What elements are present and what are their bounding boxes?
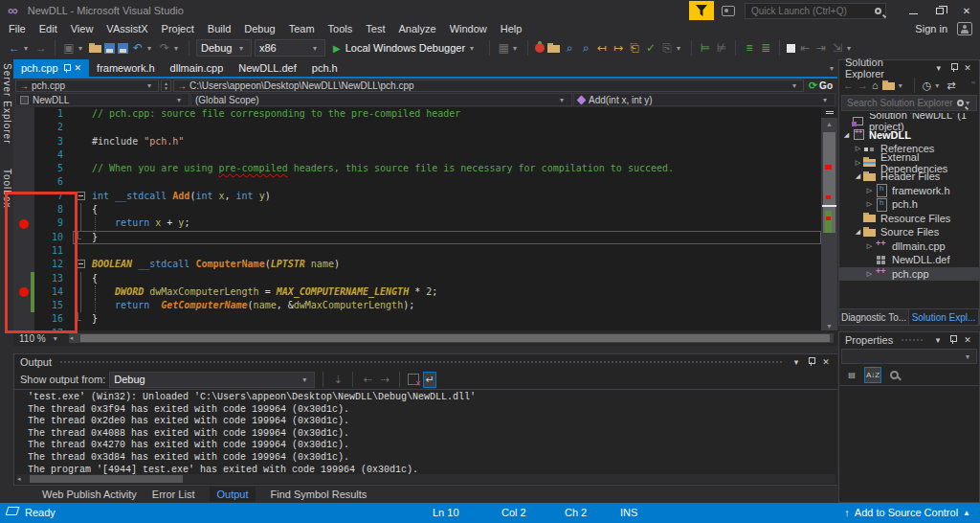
editor-tab-dllmain.cpp[interactable]: dllmain.cpp [163, 59, 232, 77]
open-folder-icon[interactable] [89, 43, 101, 53]
code-line[interactable]: #include "pch.h" [88, 135, 821, 148]
file-dropdown[interactable]: → pch.cpp ▾ [15, 80, 159, 92]
output-source-select[interactable]: Debug ▾ [109, 372, 315, 388]
comment-icon[interactable]: ⊨ [699, 39, 712, 57]
code-line[interactable]: return GetComputerName(name, &dwMaxCompu… [88, 299, 821, 312]
breakpoint-margin[interactable] [13, 285, 34, 299]
breakpoint-margin[interactable] [13, 244, 34, 258]
expander-icon[interactable]: ▷ [853, 145, 863, 152]
breakpoint-margin[interactable] [13, 327, 34, 330]
bottom-tab-find-symbol-results[interactable]: Find Symbol Results [271, 489, 368, 500]
breakpoint-margin[interactable] [13, 148, 34, 162]
panel-grip[interactable] [59, 360, 783, 365]
editor-tab-framework.h[interactable]: framework.h [89, 59, 163, 77]
output-horizontal-scrollbar[interactable]: ◂ [16, 474, 835, 484]
menu-item-tools[interactable]: Tools [322, 22, 360, 35]
home-icon[interactable]: ⌂ [872, 80, 879, 91]
hscrollbar-thumb[interactable] [80, 334, 830, 342]
breakpoint-margin[interactable] [13, 175, 34, 189]
navigate-back-icon[interactable]: ← [8, 39, 21, 57]
undo-icon[interactable]: ↶ [131, 39, 145, 57]
breakpoint-margin[interactable] [13, 299, 34, 312]
search-dropdown-icon[interactable]: ▾ [966, 99, 973, 107]
fold-margin[interactable] [73, 190, 88, 203]
increase-indent-icon[interactable]: ≣ [759, 39, 772, 57]
breakpoint-margin[interactable] [13, 162, 34, 175]
fold-margin[interactable] [73, 121, 88, 134]
code-line[interactable]: } [88, 231, 821, 244]
vassistx-icon[interactable] [535, 43, 545, 53]
fold-margin[interactable] [73, 148, 88, 162]
code-line[interactable] [88, 148, 821, 162]
menu-item-view[interactable]: View [64, 22, 100, 35]
sign-in-link[interactable]: Sign in [915, 23, 947, 34]
breakpoint-margin[interactable] [13, 121, 34, 134]
restore-button[interactable] [926, 1, 953, 20]
quick-launch-box[interactable] [745, 3, 886, 19]
spell-check-icon[interactable]: ✓ [644, 39, 657, 57]
tree-item-dllmain-cpp[interactable]: ▷dllmain.cpp [839, 239, 979, 254]
quick-launch-input[interactable] [749, 5, 875, 17]
tree-item-external-dependencies[interactable]: ▷External Dependencies [839, 156, 979, 171]
fold-margin[interactable] [73, 312, 88, 326]
menu-item-project[interactable]: Project [155, 22, 201, 35]
tree-item-source-files[interactable]: ◢Source Files [839, 225, 979, 239]
output-log[interactable]: 'test.exe' (Win32): Unloaded 'C:\Users\a… [14, 390, 837, 474]
feedback-icon[interactable] [722, 6, 735, 16]
fold-margin[interactable] [73, 244, 88, 258]
close-icon[interactable]: ✕ [820, 357, 832, 367]
bottom-tab-error-list[interactable]: Error List [152, 489, 195, 500]
alphabetical-sort-icon[interactable]: A↓Z [864, 367, 881, 383]
file-spinner[interactable]: ▲▼ [161, 80, 171, 92]
find-references-icon[interactable]: ⌕ [563, 39, 576, 57]
breakpoint-margin[interactable] [13, 272, 34, 285]
breakpoint-margin[interactable] [13, 135, 34, 148]
new-window-icon[interactable]: ▣ [62, 39, 76, 57]
code-line[interactable] [88, 175, 821, 189]
breakpoint-margin[interactable] [13, 216, 34, 230]
solution-platform-select[interactable]: x86▾ [255, 39, 325, 57]
menu-item-vassistx[interactable]: VAssistX [100, 22, 154, 35]
sidebar-tab-solution-expl-[interactable]: Solution Expl... [909, 309, 979, 325]
expander-icon[interactable]: ▷ [864, 200, 875, 208]
panel-splitter[interactable] [13, 346, 837, 353]
breakpoint-margin[interactable] [13, 312, 34, 326]
editor-tab-pch.h[interactable]: pch.h [304, 59, 345, 77]
redo-dropdown-icon[interactable]: ▾ [174, 44, 182, 53]
pin-icon[interactable] [63, 64, 70, 73]
start-debug-button[interactable]: ▶Local Windows Debugger▾ [328, 39, 482, 57]
code-line[interactable]: { [88, 272, 821, 285]
tab-list-dropdown-icon[interactable]: ▾ [830, 64, 837, 73]
fold-margin[interactable] [73, 285, 88, 299]
code-editor[interactable]: 1// pch.cpp: source file corresponding t… [13, 107, 837, 330]
member-dropdown[interactable]: Add(int x, int y) ▾ [573, 93, 835, 106]
toolbox-tab[interactable]: Toolbox [2, 169, 12, 208]
clear-bookmarks-icon[interactable]: ⇲ [831, 39, 844, 57]
nav-left-icon[interactable]: ↤ [595, 39, 609, 57]
switch-views-dropdown-icon[interactable]: ▾ [899, 81, 906, 90]
expander-icon[interactable]: ▷ [864, 270, 875, 278]
va-open-file-icon[interactable] [547, 43, 560, 53]
go-button[interactable]: ⟳ Go [806, 80, 835, 92]
back-dropdown-icon[interactable]: ▾ [24, 44, 32, 53]
redo-icon[interactable]: ↷ [158, 39, 171, 57]
close-button[interactable]: ✕ [953, 1, 980, 20]
code-line[interactable] [88, 121, 821, 134]
menu-item-file[interactable]: File [2, 22, 33, 35]
editor-vertical-scrollbar[interactable]: ▲ ▼ [821, 107, 837, 330]
tree-item-resource-files[interactable]: Resource Files [839, 212, 979, 226]
nav-right-icon[interactable]: ↦ [612, 39, 625, 57]
editor-tab-pch.cpp[interactable]: pch.cpp✕ [13, 59, 89, 77]
find-message-icon[interactable]: ⇣ [331, 374, 345, 386]
menu-item-edit[interactable]: Edit [33, 22, 64, 35]
window-position-icon[interactable]: ▾ [791, 357, 802, 367]
tree-item-pch-h[interactable]: ▷pch.h [839, 197, 979, 212]
fold-margin[interactable] [73, 162, 88, 175]
expander-icon[interactable]: ▷ [864, 242, 875, 250]
code-line[interactable]: // When you are using pre-compiled heade… [88, 162, 821, 175]
code-line[interactable]: return x + y; [88, 216, 821, 230]
filter-dropdown-icon[interactable]: ▾ [935, 81, 943, 90]
property-pages-icon[interactable] [885, 367, 902, 383]
solution-search-input[interactable] [845, 97, 955, 109]
find-symbol-icon[interactable]: ⌕ [579, 39, 592, 57]
